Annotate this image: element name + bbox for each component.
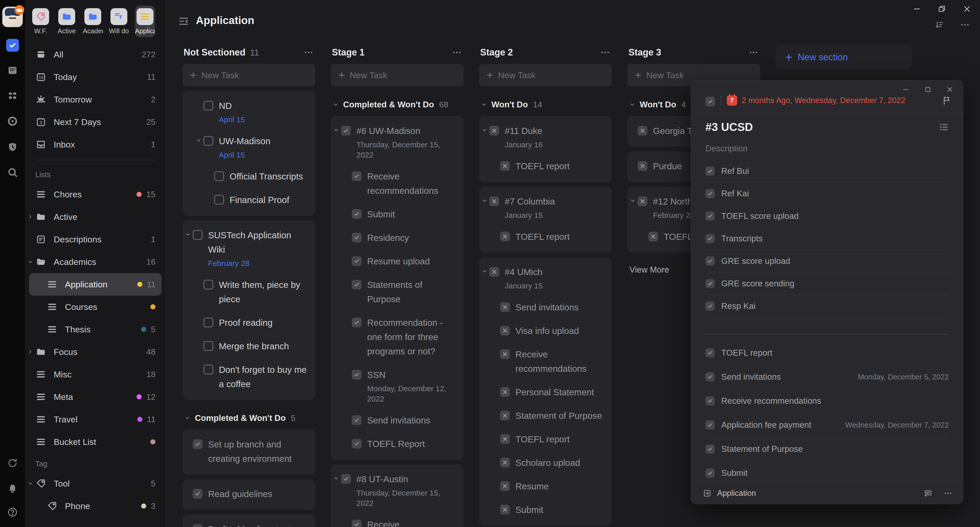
checklist-item[interactable]: TOEFL score upload: [705, 205, 949, 228]
subtask-row[interactable]: Send invitations: [341, 413, 456, 428]
task-card[interactable]: Read guidelines: [183, 479, 315, 510]
panel-more-icon[interactable]: [943, 489, 953, 498]
search-icon[interactable]: [5, 165, 20, 180]
checklist-item[interactable]: Transcripts: [705, 228, 949, 250]
crossed-checkbox[interactable]: [500, 434, 510, 444]
panel-close-button[interactable]: [945, 85, 955, 94]
sidebar-item-phone[interactable]: Phone3: [25, 495, 165, 517]
task-list-name[interactable]: Application: [717, 489, 756, 498]
eisenhower-matrix-icon[interactable]: [5, 89, 20, 103]
crossed-checkbox[interactable]: [648, 232, 658, 241]
pinned-tab-academi[interactable]: Academi: [83, 6, 103, 37]
checklist-item[interactable]: GRE score sending: [705, 272, 949, 295]
sidebar-item-focus[interactable]: Focus48: [25, 341, 165, 363]
sidebar-item-all[interactable]: All272: [25, 43, 165, 66]
subtask-row[interactable]: Don't forget to buy me a coffee: [193, 363, 307, 391]
subtask-item[interactable]: TOEFL report: [705, 341, 949, 365]
new-task-input[interactable]: New Task: [331, 64, 463, 86]
checked-checkbox[interactable]: [705, 372, 714, 382]
crossed-checkbox[interactable]: [500, 481, 510, 491]
sidebar-item-next-7-days[interactable]: SNext 7 Days25: [25, 111, 165, 133]
sidebar-item-courses[interactable]: Courses: [25, 296, 165, 318]
checked-checkbox[interactable]: [352, 370, 361, 379]
subtask-row[interactable]: Send invitations: [489, 300, 604, 315]
chevron-down-icon[interactable]: [195, 137, 202, 144]
new-task-input[interactable]: New Task: [479, 64, 612, 86]
checklist-item[interactable]: Ref Kai: [705, 183, 949, 205]
crossed-checkbox[interactable]: [500, 232, 510, 241]
task-row[interactable]: #8 UT-AustinThursday, December 15, 2022: [341, 472, 456, 508]
unchecked-checkbox[interactable]: [204, 101, 213, 110]
task-row[interactable]: SUSTech Application WikiFebruary 28: [193, 228, 307, 269]
crossed-checkbox[interactable]: [500, 505, 510, 514]
checked-checkbox[interactable]: [193, 489, 202, 498]
sidebar-item-active[interactable]: Active: [25, 205, 165, 228]
description-placeholder[interactable]: Description: [705, 144, 949, 153]
task-card[interactable]: #11 DukeJanuary 16TOEFL report: [479, 116, 612, 182]
window-close-button[interactable]: [962, 3, 972, 14]
checked-checkbox[interactable]: [705, 256, 714, 266]
subtask-row[interactable]: Financial Proof: [193, 193, 307, 207]
checked-checkbox[interactable]: [352, 280, 361, 290]
subtask-row[interactable]: SSNMonday, December 12, 2022: [341, 368, 456, 404]
checked-checkbox[interactable]: [705, 189, 714, 198]
task-row[interactable]: #4 UMichJanuary 15: [489, 265, 604, 291]
checked-checkbox[interactable]: [705, 444, 714, 454]
subtask-item[interactable]: Application fee paymentWednesday, Decemb…: [705, 413, 949, 437]
subtask-row[interactable]: TOEFL report: [489, 229, 604, 244]
sidebar-item-today[interactable]: 19Today11: [25, 66, 165, 88]
task-card[interactable]: SUSTech Application WikiFebruary 28Write…: [183, 220, 315, 400]
crossed-checkbox[interactable]: [500, 349, 510, 359]
checked-checkbox[interactable]: [352, 171, 361, 181]
task-row[interactable]: Set up branch and creating environment: [193, 437, 307, 466]
column-more-icon[interactable]: [452, 47, 462, 57]
checked-checkbox[interactable]: [352, 233, 361, 242]
subtask-row[interactable]: Recommendation - one form for three prog…: [341, 315, 456, 358]
sidebar-item-travel[interactable]: Travel11: [25, 408, 165, 431]
unchecked-checkbox[interactable]: [204, 318, 213, 327]
section-header[interactable]: Completed & Won't Do5: [184, 413, 315, 423]
sidebar-item-misc[interactable]: Misc18: [25, 363, 165, 385]
priority-flag-icon[interactable]: [942, 96, 952, 106]
crossed-checkbox[interactable]: [638, 196, 648, 206]
crossed-checkbox[interactable]: [500, 302, 510, 312]
sort-icon[interactable]: [934, 19, 945, 31]
checked-checkbox[interactable]: [193, 439, 202, 449]
sidebar-item-inbox[interactable]: Inbox1: [25, 133, 165, 156]
crossed-checkbox[interactable]: [500, 458, 510, 467]
notifications-bell-icon[interactable]: [5, 481, 20, 495]
chevron-down-icon[interactable]: [332, 101, 339, 108]
chevron-down-icon[interactable]: [629, 101, 636, 108]
unchecked-checkbox[interactable]: [204, 136, 213, 146]
crossed-checkbox[interactable]: [500, 411, 510, 420]
chevron-down-icon[interactable]: [630, 197, 636, 204]
task-card[interactable]: #4 UMichJanuary 15Send invitationsVisa i…: [479, 257, 612, 526]
pinned-tab-active[interactable]: Active: [57, 6, 77, 37]
crossed-checkbox[interactable]: [500, 326, 510, 336]
column-more-icon[interactable]: [304, 47, 314, 57]
checked-checkbox[interactable]: [705, 468, 714, 478]
chevron-down-icon[interactable]: [333, 127, 339, 134]
task-row[interactable]: Read guidelines: [193, 487, 307, 501]
checklist-item[interactable]: GRE score upload: [705, 250, 949, 272]
calendar-icon[interactable]: [5, 63, 20, 77]
task-card[interactable]: Set up branch and creating environment: [183, 430, 315, 474]
outline-icon[interactable]: [939, 122, 949, 132]
sidebar-item-academics[interactable]: Academics16: [25, 251, 165, 273]
subtask-row[interactable]: Submit: [341, 207, 456, 221]
pomodoro-icon[interactable]: [5, 114, 20, 128]
subtask-row[interactable]: Merge the branch: [193, 339, 307, 353]
subtask-row[interactable]: TOEFL report: [489, 159, 604, 174]
section-header[interactable]: Completed & Won't Do68: [332, 100, 463, 110]
subtask-row[interactable]: Submit: [489, 503, 604, 517]
task-card[interactable]: #7 ColumbiaJanuary 15TOEFL report: [479, 187, 612, 253]
sidebar-item-application[interactable]: Application11: [29, 273, 162, 296]
user-avatar[interactable]: [2, 6, 23, 27]
checked-checkbox[interactable]: [352, 256, 361, 266]
subtask-row[interactable]: Receive recommendations: [489, 347, 604, 376]
sidebar-item-thesis[interactable]: Thesis5: [25, 318, 165, 341]
checked-checkbox[interactable]: [705, 348, 714, 357]
checked-checkbox[interactable]: [341, 126, 351, 135]
subtask-item[interactable]: Statement of Purpose: [705, 437, 949, 461]
subtask-row[interactable]: Residency: [341, 231, 456, 245]
